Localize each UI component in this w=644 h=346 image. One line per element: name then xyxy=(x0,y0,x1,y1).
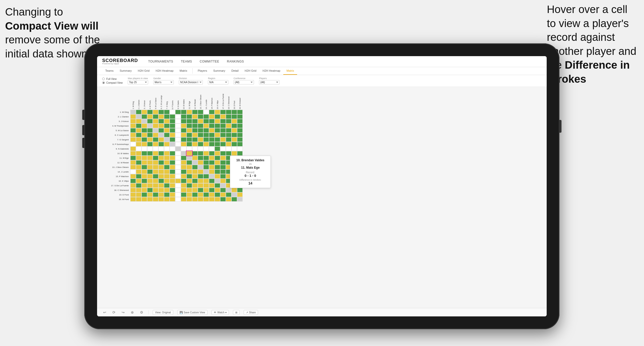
max-players-select[interactable]: Top 25 xyxy=(128,80,148,84)
matrix-cell[interactable] xyxy=(215,174,220,179)
matrix-cell[interactable] xyxy=(215,165,220,169)
matrix-cell[interactable] xyxy=(142,183,147,188)
matrix-cell[interactable] xyxy=(203,192,209,197)
matrix-cell[interactable] xyxy=(181,165,186,169)
matrix-cell[interactable] xyxy=(164,123,170,128)
matrix-cell[interactable] xyxy=(192,160,198,165)
matrix-cell[interactable] xyxy=(153,133,158,137)
matrix-cell[interactable] xyxy=(203,188,209,192)
matrix-cell[interactable] xyxy=(136,110,142,114)
matrix-cell[interactable] xyxy=(181,142,186,146)
matrix-cell[interactable] xyxy=(170,142,175,146)
matrix-cell[interactable] xyxy=(220,174,226,179)
matrix-cell[interactable] xyxy=(220,146,226,151)
matrix-cell[interactable] xyxy=(136,156,142,160)
matrix-cell[interactable] xyxy=(153,151,158,156)
matrix-cell[interactable] xyxy=(142,110,147,114)
matrix-cell[interactable] xyxy=(147,188,153,192)
matrix-cell[interactable] xyxy=(147,151,153,156)
matrix-cell[interactable] xyxy=(147,174,153,179)
matrix-cell[interactable] xyxy=(192,114,198,119)
tab-matrix-left[interactable]: Matrix xyxy=(177,67,190,75)
matrix-cell[interactable] xyxy=(130,197,136,202)
matrix-cell[interactable] xyxy=(186,123,192,128)
matrix-cell[interactable] xyxy=(192,119,198,123)
matrix-cell[interactable] xyxy=(164,133,170,137)
matrix-cell[interactable] xyxy=(215,114,220,119)
matrix-cell[interactable] xyxy=(237,146,243,151)
matrix-cell[interactable] xyxy=(186,142,192,146)
matrix-cell[interactable] xyxy=(198,165,203,169)
matrix-cell[interactable] xyxy=(142,119,147,123)
matrix-cell[interactable] xyxy=(220,192,226,197)
matrix-cell[interactable] xyxy=(237,188,243,192)
matrix-cell[interactable] xyxy=(231,137,237,142)
watch-button[interactable]: 👁 Watch ▾ xyxy=(212,310,229,315)
matrix-cell[interactable] xyxy=(153,183,158,188)
matrix-cell[interactable] xyxy=(192,165,198,169)
matrix-cell[interactable] xyxy=(186,160,192,165)
matrix-cell[interactable] xyxy=(209,137,215,142)
matrix-cell[interactable] xyxy=(215,188,220,192)
matrix-cell[interactable] xyxy=(175,156,181,160)
matrix-cell[interactable] xyxy=(153,156,158,160)
matrix-cell[interactable] xyxy=(186,192,192,197)
matrix-cell[interactable] xyxy=(136,151,142,156)
matrix-cell[interactable] xyxy=(158,174,164,179)
matrix-cell[interactable] xyxy=(198,183,203,188)
matrix-cell[interactable] xyxy=(209,192,215,197)
matrix-cell[interactable] xyxy=(158,156,164,160)
matrix-cell[interactable] xyxy=(158,179,164,183)
matrix-cell[interactable] xyxy=(237,151,243,156)
matrix-cell[interactable] xyxy=(158,192,164,197)
matrix-cell[interactable] xyxy=(136,137,142,142)
matrix-area[interactable]: 1. W Ding 2. L Clanton 3. J Koivun 4. M … xyxy=(97,87,547,308)
matrix-cell[interactable] xyxy=(158,137,164,142)
matrix-cell[interactable] xyxy=(226,119,231,123)
matrix-cell[interactable] xyxy=(175,192,181,197)
matrix-cell[interactable] xyxy=(203,146,209,151)
matrix-cell[interactable] xyxy=(147,114,153,119)
matrix-cell[interactable] xyxy=(192,142,198,146)
view-original-button[interactable]: View: Original xyxy=(153,310,173,315)
matrix-cell[interactable] xyxy=(203,165,209,169)
matrix-cell[interactable] xyxy=(215,183,220,188)
matrix-cell[interactable] xyxy=(181,179,186,183)
compact-view-radio[interactable] xyxy=(102,81,105,84)
matrix-cell[interactable] xyxy=(209,142,215,146)
matrix-cell[interactable] xyxy=(158,188,164,192)
matrix-cell[interactable] xyxy=(203,133,209,137)
matrix-cell[interactable] xyxy=(220,110,226,114)
matrix-cell[interactable] xyxy=(175,174,181,179)
matrix-cell[interactable] xyxy=(237,142,243,146)
matrix-cell[interactable] xyxy=(181,183,186,188)
matrix-cell[interactable] xyxy=(209,156,215,160)
matrix-cell[interactable] xyxy=(153,169,158,174)
matrix-cell[interactable] xyxy=(130,137,136,142)
matrix-cell[interactable] xyxy=(237,128,243,133)
matrix-cell[interactable] xyxy=(170,151,175,156)
matrix-cell[interactable] xyxy=(147,165,153,169)
matrix-cell[interactable] xyxy=(164,192,170,197)
matrix-cell[interactable] xyxy=(170,192,175,197)
matrix-cell[interactable] xyxy=(153,110,158,114)
matrix-cell[interactable] xyxy=(181,160,186,165)
matrix-cell[interactable] xyxy=(226,146,231,151)
matrix-cell[interactable] xyxy=(170,179,175,183)
matrix-cell[interactable] xyxy=(198,142,203,146)
matrix-cell[interactable] xyxy=(142,188,147,192)
matrix-cell[interactable] xyxy=(158,119,164,123)
matrix-cell[interactable] xyxy=(142,123,147,128)
matrix-cell[interactable] xyxy=(209,114,215,119)
tab-h2h-heatmap-right[interactable]: H2H Heatmap xyxy=(260,67,284,75)
matrix-cell[interactable] xyxy=(170,174,175,179)
matrix-cell[interactable] xyxy=(147,156,153,160)
matrix-cell[interactable] xyxy=(136,160,142,165)
tab-players[interactable]: Players xyxy=(195,67,210,75)
matrix-cell[interactable] xyxy=(181,156,186,160)
matrix-cell[interactable] xyxy=(226,123,231,128)
matrix-cell[interactable] xyxy=(181,174,186,179)
matrix-cell[interactable] xyxy=(181,188,186,192)
matrix-cell[interactable] xyxy=(158,151,164,156)
matrix-cell[interactable] xyxy=(226,142,231,146)
